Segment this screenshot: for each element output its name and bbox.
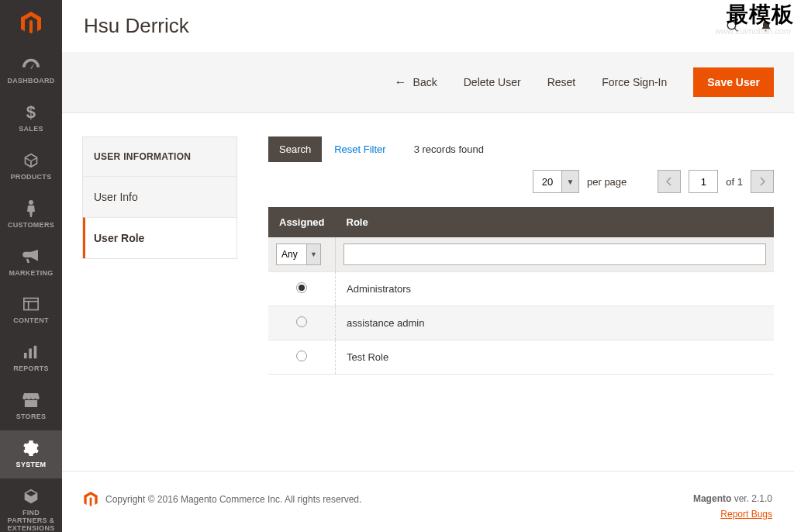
table-row[interactable]: assistance admin [268,306,774,340]
roles-table: Assigned Role ▼ [268,207,774,375]
panel-title: USER INFORMATION [83,137,236,176]
assigned-filter-select[interactable] [276,244,307,265]
sidebar-item-label: STORES [16,413,47,421]
role-cell: assistance admin [336,306,774,340]
delete-user-button[interactable]: Delete User [464,76,521,88]
admin-sidebar: DASHBOARD$SALESPRODUCTSCUSTOMERSMARKETIN… [0,0,62,532]
tab-user-role[interactable]: User Role [83,217,236,258]
svg-rect-5 [29,349,32,359]
svg-point-0 [29,200,33,205]
sidebar-item-reports[interactable]: REPORTS [0,334,62,382]
svg-rect-4 [24,353,27,358]
force-signin-button[interactable]: Force Sign-In [602,76,667,88]
person-icon [26,200,36,217]
sidebar-item-system[interactable]: SYSTEM [0,430,62,478]
action-bar: ← Back Delete User Reset Force Sign-In S… [62,52,794,113]
page-title: Hsu Derrick [84,14,726,38]
save-user-button[interactable]: Save User [693,67,774,97]
back-button[interactable]: ← Back [395,75,437,89]
filter-row: ▼ [268,237,774,272]
column-header-assigned[interactable]: Assigned [268,207,336,237]
sidebar-item-customers[interactable]: CUSTOMERS [0,191,62,239]
page-header: Hsu Derrick [62,0,794,52]
role-filter-input[interactable] [343,244,766,265]
sidebar-item-label: MARKETING [9,270,53,278]
gauge-icon [22,56,40,73]
pagination-controls: ▼ per page of 1 [268,170,774,193]
reset-filter-link[interactable]: Reset Filter [334,143,385,155]
assigned-filter-toggle[interactable]: ▼ [307,244,321,265]
back-arrow-icon: ← [395,75,407,89]
sidebar-item-label: DASHBOARD [7,78,54,85]
search-button[interactable]: Search [268,136,322,162]
svg-rect-6 [34,346,37,358]
back-label: Back [413,76,437,88]
dollar-icon: $ [26,104,36,121]
page-footer: Copyright © 2016 Magento Commerce Inc. A… [62,471,794,532]
sidebar-item-label: SALES [19,126,43,133]
table-row[interactable]: Test Role [268,340,774,375]
assigned-radio[interactable] [296,351,307,361]
sidebar-item-label: SYSTEM [16,461,47,469]
sidebar-item-stores[interactable]: STORES [0,382,62,430]
sidebar-item-label: CUSTOMERS [8,222,54,230]
sidebar-item-label: CONTENT [13,317,49,325]
report-bugs-link[interactable]: Report Bugs [720,509,772,520]
copyright-text: Copyright © 2016 Magento Commerce Inc. A… [105,494,361,505]
assigned-radio[interactable] [296,282,307,293]
sidebar-item-dashboard[interactable]: DASHBOARD [0,47,62,95]
svg-point-7 [727,21,736,29]
svg-line-8 [734,28,738,32]
package-icon [23,488,39,505]
storefront-icon [22,392,40,409]
per-page-label: per page [587,176,627,188]
footer-version: ver. 2.1.0 [731,493,772,504]
assigned-radio[interactable] [296,316,307,327]
sidebar-item-marketing[interactable]: MARKETING [0,239,62,287]
reset-button[interactable]: Reset [547,76,576,88]
sidebar-item-products[interactable]: PRODUCTS [0,143,62,191]
page-total-label: of 1 [726,176,743,188]
footer-brand: Magento [693,493,731,504]
sidebar-item-label: FIND PARTNERS & EXTENSIONS [3,510,59,532]
sidebar-item-label: PRODUCTS [11,174,52,181]
table-row[interactable]: Administrators [268,272,774,306]
layout-icon [23,295,39,313]
column-header-role[interactable]: Role [336,207,774,237]
sidebar-item-content[interactable]: CONTENT [0,286,62,334]
notifications-icon[interactable] [760,19,772,33]
sidebar-item-label: REPORTS [13,365,49,373]
search-icon[interactable] [726,19,740,33]
tab-user-info[interactable]: User Info [83,176,236,217]
bars-icon [23,344,39,361]
cube-icon [23,152,39,169]
next-page-button[interactable] [751,170,774,193]
magento-footer-logo-icon [84,492,98,507]
role-cell: Administrators [336,272,774,306]
role-cell: Test Role [336,340,774,375]
sidebar-item-sales[interactable]: $SALES [0,95,62,143]
page-number-input[interactable] [689,170,718,193]
records-found-text: 3 records found [414,143,484,155]
magento-logo-icon[interactable] [0,0,62,47]
megaphone-icon [22,248,40,265]
roles-grid-panel: Search Reset Filter 3 records found ▼ pe… [268,136,774,375]
per-page-dropdown-toggle[interactable]: ▼ [562,170,579,193]
prev-page-button[interactable] [658,170,681,193]
per-page-input[interactable] [533,170,562,193]
sidebar-item-find-partners-extensions[interactable]: FIND PARTNERS & EXTENSIONS [0,478,62,532]
user-information-panel: USER INFORMATION User InfoUser Role [82,136,237,259]
gear-icon [23,440,39,457]
svg-rect-1 [24,299,38,310]
